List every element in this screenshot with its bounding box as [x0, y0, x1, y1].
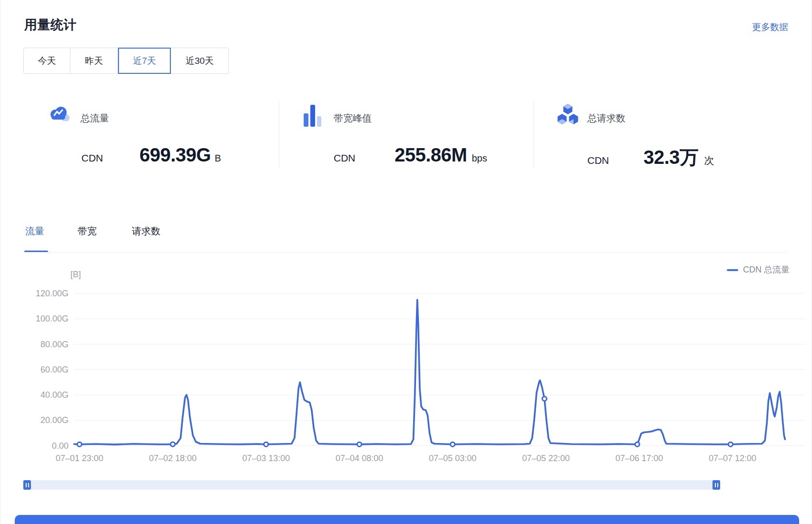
x-axis-tick-label: 07–03 13:00 [242, 453, 290, 463]
data-point-marker[interactable] [450, 442, 455, 446]
stat-value: 255.86M [395, 144, 467, 166]
datazoom-handle-right[interactable] [713, 480, 720, 490]
more-data-link[interactable]: 更多数据 [752, 21, 788, 33]
data-point-marker[interactable] [170, 442, 175, 446]
x-axis-tick-label: 07–07 12:00 [709, 453, 756, 463]
x-axis-tick-label: 07–02 18:00 [149, 453, 197, 463]
stat-label: 总流量 [80, 112, 109, 125]
tabs-divider [23, 252, 787, 252]
date-range-selector: 今天 昨天 近7天 近30天 [23, 48, 229, 74]
x-axis-tick-label: 07–05 03:00 [429, 453, 476, 463]
y-axis-tick-label: 40.00G [40, 390, 69, 400]
stat-unit: 次 [704, 154, 714, 167]
y-axis-tick-label: 100.00G [36, 314, 69, 323]
y-axis-tick-label: 0.00 [52, 441, 69, 451]
stat-product: CDN [587, 155, 644, 166]
stats-divider [279, 101, 279, 168]
y-axis-tick-label: 80.00G [40, 340, 69, 349]
cloud-traffic-icon [48, 104, 72, 124]
range-tab-last7days[interactable]: 近7天 [118, 48, 171, 74]
data-point-marker[interactable] [542, 396, 546, 401]
request-cubes-icon [555, 103, 580, 127]
x-axis-tick-label: 07–06 17:00 [615, 453, 663, 463]
y-axis-tick-label: 120.00G [36, 289, 69, 298]
range-tab-yesterday[interactable]: 昨天 [70, 48, 118, 74]
tab-traffic[interactable]: 流量 [25, 225, 44, 238]
stat-value: 699.39G [139, 144, 211, 166]
stat-value-row: CDN 699.39G B [81, 144, 221, 166]
tab-bandwidth[interactable]: 带宽 [78, 225, 97, 238]
traffic-line-chart: 120.00G100.00G80.00G60.00G40.00G20.00G0.… [0, 257, 812, 481]
data-point-marker[interactable] [77, 442, 81, 446]
stat-product: CDN [81, 152, 139, 164]
x-axis-tick-label: 07–01 23:00 [56, 453, 103, 463]
next-panel-top-edge [15, 515, 799, 524]
stat-unit: bps [472, 153, 487, 164]
x-axis-tick-label: 07–05 22:00 [522, 453, 570, 463]
x-axis-tick-label: 07–04 08:00 [336, 453, 383, 463]
stat-value-row: CDN 32.3万 次 [587, 144, 714, 171]
stat-unit: B [215, 153, 221, 164]
usage-statistics-panel: 用量统计 更多数据 今天 昨天 近7天 近30天 总流量 CDN 699.39G… [0, 0, 812, 524]
data-point-marker[interactable] [728, 442, 733, 446]
stat-value: 32.3万 [644, 144, 698, 171]
stat-label: 带宽峰值 [334, 112, 372, 125]
data-point-marker[interactable] [635, 442, 639, 446]
datazoom-slider[interactable] [23, 480, 720, 490]
stat-value-row: CDN 255.86M bps [334, 144, 487, 166]
traffic-line-series[interactable] [74, 300, 785, 444]
stat-product: CDN [334, 152, 395, 164]
data-point-marker[interactable] [357, 442, 361, 446]
range-tab-today[interactable]: 今天 [23, 48, 70, 74]
y-axis-tick-label: 20.00G [40, 415, 69, 425]
stat-label: 总请求数 [587, 112, 625, 125]
datazoom-handle-left[interactable] [23, 480, 31, 490]
tab-requests[interactable]: 请求数 [132, 225, 160, 238]
y-axis-tick-label: 60.00G [40, 365, 69, 374]
bandwidth-bars-icon [303, 104, 325, 128]
data-point-marker[interactable] [264, 442, 268, 446]
stats-divider [534, 101, 534, 168]
range-tab-last30days[interactable]: 近30天 [171, 48, 229, 74]
page-title: 用量统计 [24, 16, 77, 33]
